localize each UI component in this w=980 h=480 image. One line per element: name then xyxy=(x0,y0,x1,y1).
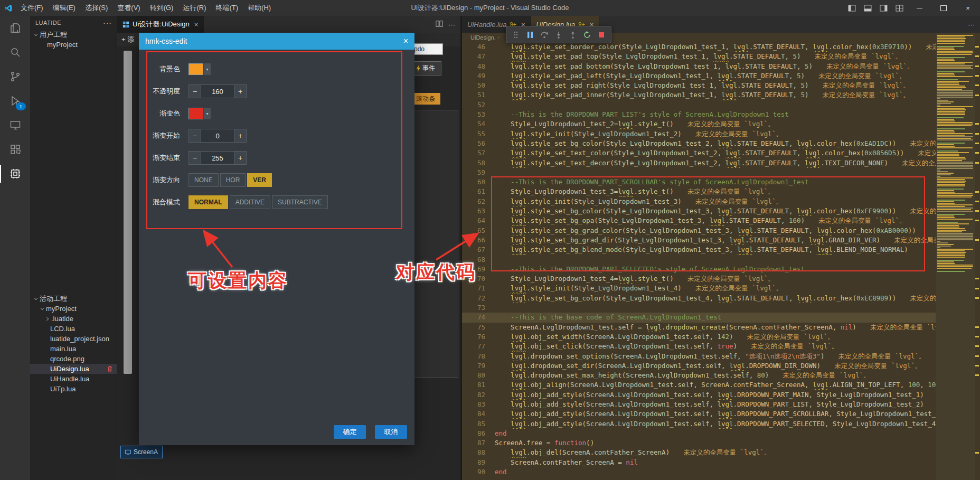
code-line[interactable]: 75 ScreenA.LvglDropdown1_test.self = lvg… xyxy=(462,323,936,332)
code-line[interactable]: 59 xyxy=(462,168,936,177)
code-line[interactable]: 50 lvgl.style_set_pad_right(Style_LvglDr… xyxy=(462,81,936,90)
code-line[interactable]: 60 --This is the DROPDOWN_PART_SCROLLBAR… xyxy=(462,177,936,187)
code-line[interactable]: 61 Style_LvglDropdown1_test_3=lvgl.style… xyxy=(462,187,936,196)
split-editor-icon[interactable] xyxy=(436,20,443,29)
code-line[interactable]: 64 lvgl.style_set_bg_opa(Style_LvglDropd… xyxy=(462,216,936,225)
code-line[interactable]: 58 lvgl.style_set_text_decor(Style_LvglD… xyxy=(462,158,936,168)
menu-item[interactable]: 帮助(H) xyxy=(243,4,276,12)
code-line[interactable]: 76 lvgl.obj_set_width(ScreenA.LvglDropdo… xyxy=(462,332,936,342)
code-line[interactable]: 53 --This is the DROPDOWN_PART_LIST's st… xyxy=(462,110,936,119)
code-line[interactable]: 82 lvgl.obj_add_style(ScreenA.LvglDropdo… xyxy=(462,390,936,400)
menu-item[interactable]: 编辑(E) xyxy=(48,4,80,12)
step-over-button[interactable] xyxy=(540,30,549,40)
search-icon[interactable] xyxy=(0,40,30,64)
designer-palette-scrollbar[interactable] xyxy=(124,51,132,374)
opacity-plus-button[interactable]: + xyxy=(234,84,247,98)
code-line[interactable]: 71 lvgl.style_init(Style_LvglDropdown1_t… xyxy=(462,284,936,293)
explorer-icon[interactable] xyxy=(0,16,30,40)
code-line[interactable]: 80 lvgl.dropdown_set_max_height(ScreenA.… xyxy=(462,371,936,380)
code-line[interactable]: 49 lvgl.style_set_pad_left(Style_LvglDro… xyxy=(462,71,936,81)
pause-button[interactable] xyxy=(525,30,535,40)
code-line[interactable]: 65 lvgl.style_set_bg_grad_color(Style_Lv… xyxy=(462,226,936,236)
grad-end-plus-button[interactable]: + xyxy=(234,151,247,165)
minimize-button[interactable] xyxy=(907,0,931,16)
scrollbar-part-tag[interactable]: 滚动条 xyxy=(411,93,440,105)
code-line[interactable]: 79 lvgl.dropdown_set_dir(ScreenA.LvglDro… xyxy=(462,361,936,371)
code-line[interactable]: 78 lvgl.dropdown_set_options(ScreenA.Lvg… xyxy=(462,352,936,361)
code-line[interactable]: 69 --This is the DROPDOWN_PART_SELECTED'… xyxy=(462,265,936,274)
segment-option-none[interactable]: NONE xyxy=(189,173,219,187)
code-line[interactable]: 86end xyxy=(462,429,936,438)
toggle-panel-icon[interactable] xyxy=(860,0,875,16)
opacity-minus-button[interactable]: − xyxy=(189,84,201,98)
cancel-button[interactable]: 取消 xyxy=(375,425,407,439)
add-widget-button[interactable]: + 添 xyxy=(121,35,134,44)
grad-start-plus-button[interactable]: + xyxy=(234,129,247,143)
file-item[interactable]: main.lua xyxy=(30,344,117,354)
code-line[interactable]: 68 xyxy=(462,255,936,265)
file-item[interactable]: LCD.lua xyxy=(30,324,117,334)
code-line[interactable]: 56 lvgl.style_set_bg_color(Style_LvglDro… xyxy=(462,139,936,148)
code-area[interactable]: 46 lvgl.style_set_border_color(Style_Lvg… xyxy=(462,42,936,480)
toggle-sidebar-icon[interactable] xyxy=(844,0,860,16)
code-line[interactable]: 89 ScreenA.contFather_ScreenA = nil xyxy=(462,458,936,467)
code-line[interactable]: 70 Style_LvglDropdown1_test_4=lvgl.style… xyxy=(462,274,936,284)
sidebar-item-user-project[interactable]: 用户工程 xyxy=(30,30,117,40)
ok-button[interactable]: 确定 xyxy=(334,425,366,439)
sidebar-more-actions-icon[interactable]: ··· xyxy=(103,18,112,27)
code-line[interactable]: 54 Style_LvglDropdown1_test_2=lvgl.style… xyxy=(462,119,936,129)
menu-item[interactable]: 选择(S) xyxy=(80,4,112,12)
code-line[interactable]: 66 lvgl.style_set_bg_grad_dir(Style_Lvgl… xyxy=(462,236,936,245)
grad-start-minus-button[interactable]: − xyxy=(189,129,201,143)
toggle-secondary-sidebar-icon[interactable] xyxy=(875,0,891,16)
code-line[interactable]: 84 lvgl.obj_add_style(ScreenA.LvglDropdo… xyxy=(462,409,936,419)
file-item[interactable]: qrcode.png xyxy=(30,354,117,364)
code-line[interactable]: 88 lvgl.obj_del(ScreenA.contFather_Scree… xyxy=(462,448,936,457)
code-line[interactable]: 67 lvgl.style_set_bg_blend_mode(Style_Lv… xyxy=(462,245,936,255)
code-line[interactable]: 72 lvgl.style_set_bg_color(Style_LvglDro… xyxy=(462,294,936,303)
maximize-button[interactable] xyxy=(931,0,956,16)
close-window-button[interactable]: × xyxy=(956,0,980,16)
extensions-icon[interactable] xyxy=(0,137,30,162)
segment-option-additive[interactable]: ADDITIVE xyxy=(230,195,270,209)
dialog-title-bar[interactable]: hmk-css-edit × xyxy=(139,33,414,50)
close-tab-icon[interactable]: × xyxy=(194,21,199,29)
widget-name-input[interactable]: pdo xyxy=(411,43,443,55)
code-line[interactable]: 90end xyxy=(462,467,936,477)
step-into-button[interactable] xyxy=(554,30,563,40)
code-line[interactable]: 47 lvgl.style_set_pad_top(Style_LvglDrop… xyxy=(462,52,936,61)
restart-button[interactable] xyxy=(582,30,592,40)
grad-end-minus-button[interactable]: − xyxy=(189,151,201,165)
file-item[interactable]: UiDesign.lua xyxy=(30,364,117,374)
code-line[interactable]: 85 lvgl.obj_add_style(ScreenA.LvglDropdo… xyxy=(462,419,936,429)
editor-more-actions-icon[interactable]: ··· xyxy=(448,21,455,29)
sidebar-item-active-myproject[interactable]: myProject xyxy=(30,304,117,314)
file-item[interactable]: .luatide xyxy=(30,314,117,324)
bg-color-swatch[interactable] xyxy=(189,63,203,75)
code-line[interactable]: 51 lvgl.style_set_pad_inner(Style_LvglDr… xyxy=(462,90,936,100)
minimap[interactable] xyxy=(936,33,975,480)
sidebar-item-active-project[interactable]: 活动工程 xyxy=(30,294,117,304)
code-line[interactable]: 46 lvgl.style_set_border_color(Style_Lvg… xyxy=(462,42,936,52)
customize-layout-icon[interactable] xyxy=(891,0,907,16)
menu-item[interactable]: 查看(V) xyxy=(112,4,145,12)
tab-ui-designer[interactable]: Ui设计器:UiDesign × xyxy=(117,16,204,33)
code-line[interactable]: 74 --This is the base code of ScreenA.Lv… xyxy=(462,313,936,322)
code-line[interactable]: 62 lvgl.style_init(Style_LvglDropdown1_t… xyxy=(462,197,936,206)
grad-start-value[interactable]: 0 xyxy=(201,129,234,143)
code-line[interactable]: 48 lvgl.style_set_pad_bottom(Style_LvglD… xyxy=(462,62,936,71)
grad-color-swatch[interactable] xyxy=(189,108,203,119)
file-item[interactable]: luatide_project.json xyxy=(30,334,117,344)
step-out-button[interactable] xyxy=(568,30,578,40)
code-line[interactable]: 81 lvgl.obj_align(ScreenA.LvglDropdown1_… xyxy=(462,380,936,390)
segment-option-normal[interactable]: NORMAL xyxy=(189,195,228,209)
segment-option-subtractive[interactable]: SUBTRACTIVE xyxy=(272,195,328,209)
opacity-value[interactable]: 160 xyxy=(201,84,234,98)
remote-explorer-icon[interactable] xyxy=(0,113,30,137)
sidebar-item-user-myproject[interactable]: myProject xyxy=(30,40,117,50)
code-line[interactable]: 63 lvgl.style_set_bg_color(Style_LvglDro… xyxy=(462,206,936,216)
menu-item[interactable]: 转到(G) xyxy=(145,4,178,12)
code-line[interactable]: 52 xyxy=(462,100,936,110)
editor-more-actions-icon[interactable]: ··· xyxy=(968,16,980,33)
segment-option-ver[interactable]: VER xyxy=(247,173,272,187)
